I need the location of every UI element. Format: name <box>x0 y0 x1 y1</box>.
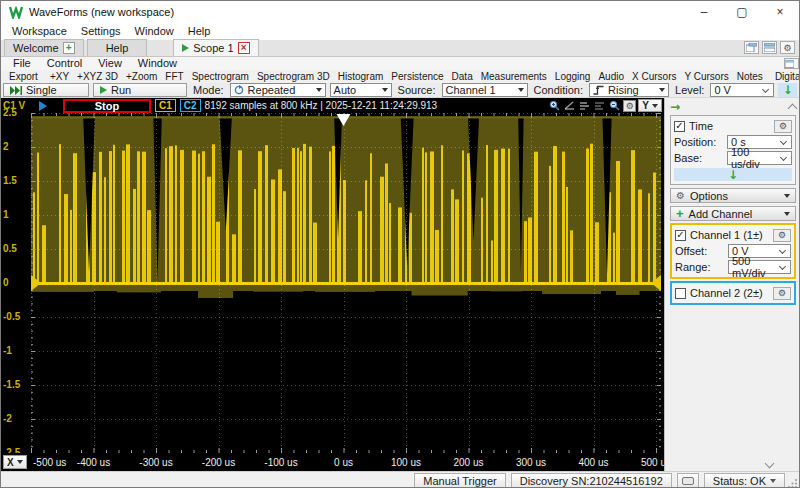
scroll-up-icon[interactable] <box>788 103 798 113</box>
y-tick-label: -2 <box>3 413 12 424</box>
menu-item-window[interactable]: Window <box>128 23 181 40</box>
view-menu-item-notes[interactable]: Notes <box>733 70 767 83</box>
menu-item-settings[interactable]: Settings <box>74 23 128 40</box>
dropdown-icon <box>17 460 23 464</box>
view-menu-item-audio[interactable]: Audio <box>594 70 628 83</box>
scope-menu-item-view[interactable]: View <box>90 57 130 70</box>
status-button[interactable]: Status: OK <box>704 473 785 488</box>
source-select[interactable]: Channel 1 <box>442 83 528 97</box>
run-button[interactable]: Run <box>93 83 187 97</box>
tab-help[interactable]: Help <box>87 39 148 56</box>
x-tick-label: -300 us <box>139 457 172 468</box>
view-menu-item-digital[interactable]: Digital <box>771 70 800 83</box>
manual-trigger-button[interactable]: Manual Trigger <box>414 473 505 488</box>
options-dropdown[interactable]: ⚙ Options <box>670 188 796 203</box>
add-icon: + <box>676 206 684 221</box>
view-menu-item-y-cursors[interactable]: Y Cursors <box>680 70 732 83</box>
cascade-windows-icon[interactable] <box>744 41 759 54</box>
new-instrument-icon[interactable]: + <box>63 42 75 54</box>
mode-label: Mode: <box>191 84 226 96</box>
plot-settings-icon[interactable]: ⚙ <box>623 100 636 112</box>
range-label: Range: <box>675 261 725 273</box>
zoom-out-icon[interactable] <box>608 100 621 112</box>
channel2-settings-icon[interactable]: ⚙ <box>773 287 791 300</box>
range-value: 500 mV/div <box>732 255 776 279</box>
scroll-down-icon[interactable] <box>765 459 775 469</box>
level-value: 0 V <box>714 84 759 96</box>
view-menu-item--zoom[interactable]: +Zoom <box>122 70 161 83</box>
x-tick-label: -400 us <box>77 457 110 468</box>
zoom-in-icon[interactable] <box>548 100 561 112</box>
tab-scope1[interactable]: Scope 1 × <box>173 39 258 56</box>
chevron-down-icon <box>779 262 786 269</box>
mode-value: Repeated <box>248 84 312 96</box>
range-select[interactable]: 500 mV/div <box>728 260 791 274</box>
device-button[interactable]: Discovery SN:210244516192 <box>511 473 672 488</box>
menu-item-help[interactable]: Help <box>181 23 218 40</box>
run-icon <box>100 86 107 94</box>
y-tick-label: 1.5 <box>3 175 17 186</box>
offset-label: Offset: <box>675 245 725 257</box>
view-menu-item-fft[interactable]: FFT <box>161 70 187 83</box>
channel1-settings-icon[interactable]: ⚙ <box>773 229 791 242</box>
close-tab-icon[interactable]: × <box>238 42 250 54</box>
scope-plot: C1 V Stop C1 C2 8192 samples at 800 kHz … <box>1 98 664 471</box>
workspace-settings-icon[interactable]: ⚙ <box>780 41 795 54</box>
y-axis-labels: 2.521.510.50-0.5-1-1.5-2-2.5 <box>1 113 31 453</box>
tile-windows-icon[interactable] <box>762 41 777 54</box>
fit-trace-icon[interactable] <box>563 100 576 112</box>
channel1-badge[interactable]: C1 <box>155 99 176 112</box>
trigger-mode-select[interactable]: Auto <box>330 83 392 97</box>
view-menu-item-spectrogram[interactable]: Spectrogram <box>188 70 253 83</box>
channel2-checkbox[interactable] <box>675 288 686 299</box>
panel-top: → <box>670 100 796 113</box>
mode-select[interactable]: Repeated <box>230 83 326 97</box>
single-button[interactable]: Single <box>3 83 89 97</box>
base-label: Base: <box>674 152 724 164</box>
view-menu-item-data[interactable]: Data <box>448 70 477 83</box>
maximize-button[interactable]: ▢ <box>723 1 761 23</box>
x-axis-button[interactable]: X <box>3 455 27 469</box>
view-menu-item-logging[interactable]: Logging <box>551 70 595 83</box>
add-channel-dropdown[interactable]: + Add Channel <box>670 206 796 221</box>
waveform-canvas[interactable] <box>31 113 661 453</box>
channel1-checkbox[interactable]: ✓ <box>675 230 686 241</box>
view-menu-item-x-cursors[interactable]: X Cursors <box>628 70 680 83</box>
close-button[interactable]: × <box>761 1 799 23</box>
scope-menu-item-file[interactable]: File <box>5 57 39 70</box>
y-axis-button[interactable]: Y <box>638 99 662 112</box>
scope-menu-item-control[interactable]: Control <box>39 57 90 70</box>
y-tick-label: 0 <box>3 277 9 288</box>
menu-item-workspace[interactable]: Workspace <box>5 23 74 40</box>
base-select[interactable]: 100 us/div <box>727 151 792 165</box>
tabbar-tools: ⚙ <box>744 41 799 56</box>
run-label: Run <box>111 84 131 96</box>
view-menu-item-persistence[interactable]: Persistence <box>387 70 447 83</box>
panel-expand-icon[interactable]: → <box>670 101 680 113</box>
minimize-button[interactable]: – <box>685 1 723 23</box>
view-menu-item--xy[interactable]: +XY <box>46 70 73 83</box>
condition-select[interactable]: Rising <box>589 83 669 97</box>
channel1-groupbox: ✓ Channel 1 (1±) ⚙ Offset: 0 V Range: 50… <box>670 223 796 279</box>
tab-welcome[interactable]: Welcome + <box>4 39 84 56</box>
tab-help-label: Help <box>106 42 129 54</box>
channel2-badge[interactable]: C2 <box>180 99 201 112</box>
view-menu-item-export[interactable]: Export <box>5 70 42 83</box>
view-menu-item-spectrogram-3d[interactable]: Spectrogram 3D <box>253 70 334 83</box>
time-settings-icon[interactable]: ⚙ <box>774 120 792 133</box>
scope-menubar: FileControlViewWindow <box>1 57 799 70</box>
time-checkbox[interactable]: ✓ <box>674 121 685 132</box>
fit-width-icon[interactable] <box>593 100 606 112</box>
stop-button[interactable]: Stop <box>63 99 151 113</box>
apply-trigger-button[interactable]: ↓ <box>778 83 797 97</box>
view-menu-item-measurements[interactable]: Measurements <box>477 70 551 83</box>
view-menu-item-histogram[interactable]: Histogram <box>334 70 388 83</box>
device-manager-button[interactable] <box>677 473 699 488</box>
view-menu-item--xyz-3d[interactable]: +XYZ 3D <box>73 70 122 83</box>
options-gear-icon: ⚙ <box>676 190 685 201</box>
level-select[interactable]: 0 V <box>710 83 774 97</box>
scope-menu-item-window[interactable]: Window <box>130 57 185 70</box>
resize-grip[interactable] <box>788 478 798 488</box>
fit-height-icon[interactable] <box>578 100 591 112</box>
float-window-icon[interactable] <box>784 58 799 69</box>
